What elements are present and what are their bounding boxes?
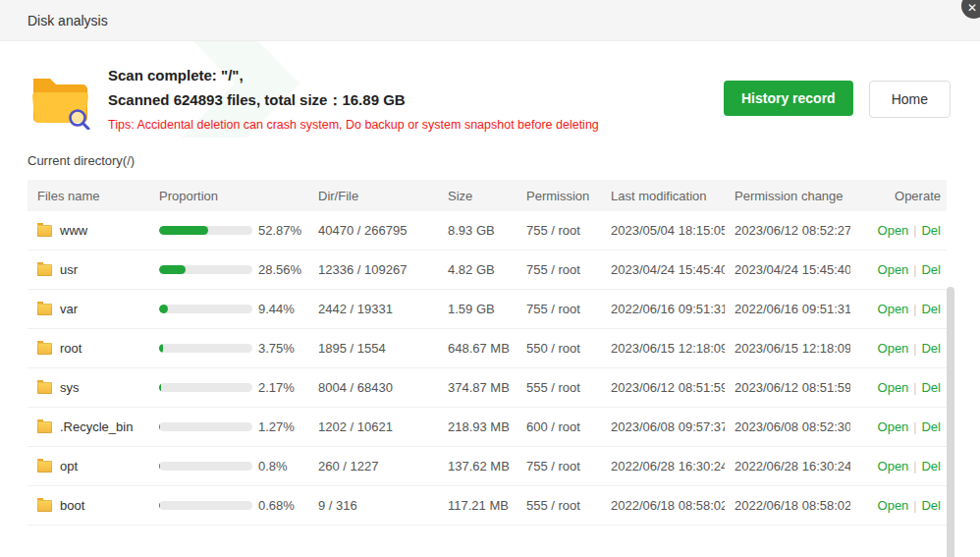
dir-file-count: 260 / 1227 (308, 459, 438, 473)
permission: 600 / root (517, 419, 601, 434)
operate-separator: | (913, 499, 916, 513)
folder-icon (37, 461, 52, 473)
open-link[interactable]: Open (878, 223, 909, 238)
table-header: Files name Proportion Dir/File Size Perm… (27, 180, 947, 211)
proportion-fill (159, 501, 160, 510)
table-row: opt 0.8% 260 / 1227 137.62 MB 755 / root… (27, 447, 947, 486)
folder-icon (37, 500, 52, 512)
dir-file-count: 2442 / 19331 (308, 302, 438, 316)
last-modification: 2023/05/04 18:15:05 (601, 223, 725, 238)
close-icon: ✕ (967, 1, 977, 15)
file-size: 8.93 GB (438, 223, 517, 238)
open-link[interactable]: Open (878, 498, 909, 513)
proportion-value: 0.68% (258, 498, 295, 513)
table-row: root 3.75% 1895 / 1554 648.67 MB 550 / r… (27, 329, 947, 368)
folder-icon (37, 382, 52, 394)
operate-separator: | (913, 342, 916, 356)
col-proportion: Proportion (149, 189, 308, 203)
scan-summary-header: Scan complete: "/", Scanned 624893 files… (27, 65, 980, 132)
dir-file-count: 12336 / 109267 (308, 262, 438, 277)
proportion-bar (159, 265, 252, 274)
operate-separator: | (913, 381, 916, 395)
folder-icon (37, 225, 52, 237)
proportion-fill (159, 344, 163, 353)
file-name: sys (60, 380, 80, 395)
proportion-bar (159, 462, 252, 471)
del-link[interactable]: Del (921, 459, 941, 473)
scan-files-summary: Scanned 624893 files, total size：16.89 G… (108, 91, 724, 110)
dir-file-count: 8004 / 68430 (308, 380, 438, 395)
permission-change: 2022/06/18 08:58:02 (725, 498, 850, 513)
col-permission-change: Permission change (725, 189, 850, 203)
proportion-bar (159, 305, 252, 313)
permission-change: 2023/06/12 08:52:27 (725, 223, 850, 238)
proportion-fill (159, 305, 168, 313)
proportion-fill (159, 422, 160, 431)
open-link[interactable]: Open (878, 380, 909, 395)
table-body: www 52.87% 40470 / 266795 8.93 GB 755 / … (27, 211, 947, 526)
file-size: 137.62 MB (438, 459, 517, 473)
last-modification: 2023/04/24 15:45:40 (601, 262, 725, 277)
del-link[interactable]: Del (921, 341, 941, 356)
file-size: 648.67 MB (438, 341, 517, 356)
window-title: Disk analysis (27, 13, 108, 28)
vertical-scrollbar[interactable] (947, 287, 954, 557)
file-size: 117.21 MB (438, 498, 517, 513)
del-link[interactable]: Del (921, 498, 941, 513)
table-row: usr 28.56% 12336 / 109267 4.82 GB 755 / … (27, 251, 947, 290)
history-record-button[interactable]: History record (724, 81, 853, 116)
file-name: var (60, 302, 78, 316)
operate-separator: | (913, 303, 916, 316)
del-link[interactable]: Del (921, 302, 941, 316)
permission: 755 / root (517, 223, 601, 238)
file-name: usr (60, 262, 78, 277)
permission: 555 / root (517, 498, 601, 513)
open-link[interactable]: Open (878, 262, 909, 277)
operate-separator: | (913, 263, 916, 277)
del-link[interactable]: Del (921, 419, 941, 434)
last-modification: 2022/06/28 16:30:24 (601, 459, 725, 473)
proportion-value: 28.56% (258, 262, 301, 277)
last-modification: 2022/06/18 08:58:02 (601, 498, 725, 513)
permission: 555 / root (517, 380, 601, 395)
permission: 550 / root (517, 341, 601, 356)
last-modification: 2023/06/12 08:51:59 (601, 380, 725, 395)
home-button[interactable]: Home (869, 81, 951, 118)
proportion-value: 52.87% (258, 223, 301, 238)
header-buttons: History record Home (724, 81, 951, 118)
del-link[interactable]: Del (921, 262, 941, 277)
del-link[interactable]: Del (921, 223, 941, 238)
disk-analysis-window: Disk analysis ✕ Scan complete: "/", Scan… (0, 0, 980, 557)
folder-icon (37, 343, 52, 355)
operate-separator: | (913, 420, 916, 434)
permission-change: 2022/06/28 16:30:24 (725, 459, 850, 473)
files-table: Files name Proportion Dir/File Size Perm… (27, 180, 947, 526)
col-dir-file: Dir/File (308, 189, 438, 203)
del-link[interactable]: Del (921, 380, 941, 395)
proportion-value: 1.27% (258, 419, 295, 434)
operate-separator: | (913, 224, 916, 238)
open-link[interactable]: Open (878, 341, 909, 356)
file-size: 218.93 MB (438, 419, 517, 434)
table-row: var 9.44% 2442 / 19331 1.59 GB 755 / roo… (27, 290, 947, 329)
table-row: sys 2.17% 8004 / 68430 374.87 MB 555 / r… (27, 368, 947, 408)
proportion-fill (159, 462, 160, 471)
current-directory-label: Current directory(/) (27, 153, 980, 168)
permission-change: 2022/06/16 09:51:31 (725, 302, 850, 316)
table-row: boot 0.68% 9 / 316 117.21 MB 555 / root … (27, 486, 947, 526)
proportion-value: 3.75% (258, 341, 295, 356)
permission-change: 2023/06/08 08:52:30 (725, 419, 850, 434)
proportion-value: 9.44% (258, 302, 295, 316)
open-link[interactable]: Open (878, 302, 909, 316)
scan-info: Scan complete: "/", Scanned 624893 files… (108, 65, 724, 132)
dir-file-count: 1895 / 1554 (308, 341, 438, 356)
permission: 755 / root (517, 302, 601, 316)
file-name: boot (60, 498, 84, 513)
proportion-bar (159, 501, 252, 510)
dir-file-count: 9 / 316 (308, 498, 438, 513)
file-name: .Recycle_bin (60, 419, 133, 434)
open-link[interactable]: Open (878, 459, 909, 473)
permission: 755 / root (517, 459, 601, 473)
open-link[interactable]: Open (878, 419, 909, 434)
proportion-bar (159, 344, 252, 353)
